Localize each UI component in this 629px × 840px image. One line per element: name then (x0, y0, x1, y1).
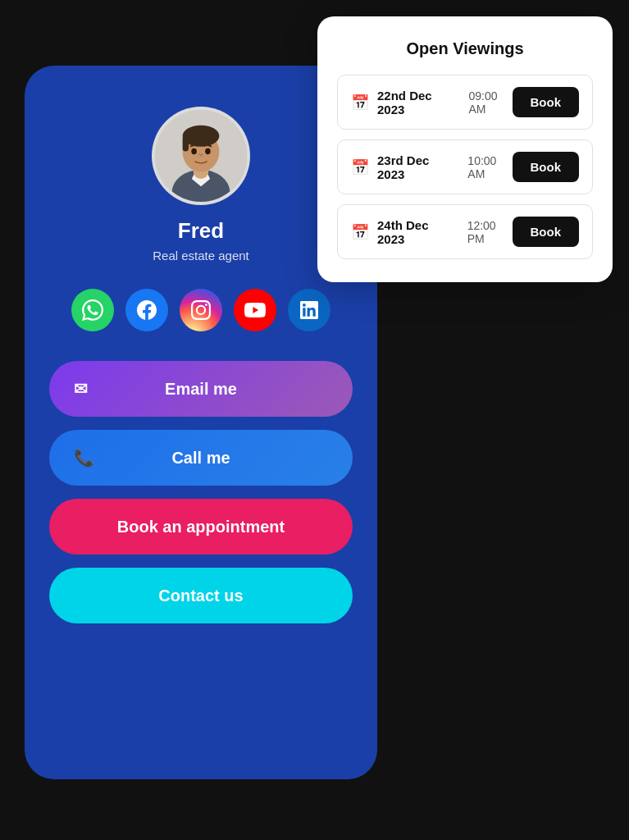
instagram-icon[interactable] (180, 289, 222, 331)
viewing-time-1: 09:00 AM (468, 89, 512, 116)
youtube-icon[interactable] (234, 289, 276, 331)
viewing-date-3: 24th Dec 2023 (377, 218, 453, 246)
email-label: Email me (165, 380, 237, 399)
email-icon: ✉ (74, 379, 88, 399)
viewings-title: Open Viewings (337, 39, 593, 58)
viewing-row-1: 📅 22nd Dec 2023 09:00 AM Book (337, 75, 593, 130)
call-label: Call me (171, 449, 230, 468)
viewing-date-1: 22nd Dec 2023 (377, 89, 454, 116)
book-button-3[interactable]: Book (513, 217, 580, 247)
social-icons-row (71, 289, 330, 331)
viewing-date-block-2: 📅 23rd Dec 2023 10:00 AM (351, 153, 513, 181)
avatar (152, 107, 250, 205)
phone-icon: 📞 (74, 448, 94, 468)
svg-point-6 (191, 148, 197, 154)
calendar-icon-3: 📅 (351, 223, 369, 241)
linkedin-icon[interactable] (288, 289, 330, 331)
book-button-2[interactable]: Book (513, 152, 580, 182)
viewing-date-block-1: 📅 22nd Dec 2023 09:00 AM (351, 89, 513, 116)
calendar-icon-1: 📅 (351, 94, 369, 112)
svg-rect-5 (183, 136, 189, 152)
agent-name: Fred (178, 218, 224, 244)
viewing-time-3: 12:00 PM (467, 219, 513, 245)
viewing-time-2: 10:00 AM (467, 154, 512, 180)
facebook-icon[interactable] (125, 289, 168, 331)
email-button[interactable]: ✉ Email me (49, 361, 353, 417)
whatsapp-icon[interactable] (71, 289, 114, 331)
viewing-date-block-3: 📅 24th Dec 2023 12:00 PM (351, 218, 513, 246)
viewings-card: Open Viewings 📅 22nd Dec 2023 09:00 AM B… (317, 16, 613, 282)
action-buttons: ✉ Email me 📞 Call me Book an appointment… (49, 361, 353, 623)
contact-label: Contact us (158, 587, 243, 605)
agent-title: Real estate agent (153, 249, 249, 262)
call-button[interactable]: 📞 Call me (49, 430, 353, 486)
contact-button[interactable]: Contact us (49, 568, 353, 623)
svg-point-7 (205, 148, 211, 154)
viewing-row-3: 📅 24th Dec 2023 12:00 PM Book (337, 204, 593, 259)
book-button-1[interactable]: Book (513, 87, 580, 117)
viewing-date-2: 23rd Dec 2023 (377, 153, 453, 181)
calendar-icon-2: 📅 (351, 158, 369, 176)
viewing-row-2: 📅 23rd Dec 2023 10:00 AM Book (337, 139, 593, 194)
appointment-label: Book an appointment (117, 518, 285, 536)
appointment-button[interactable]: Book an appointment (49, 499, 353, 555)
